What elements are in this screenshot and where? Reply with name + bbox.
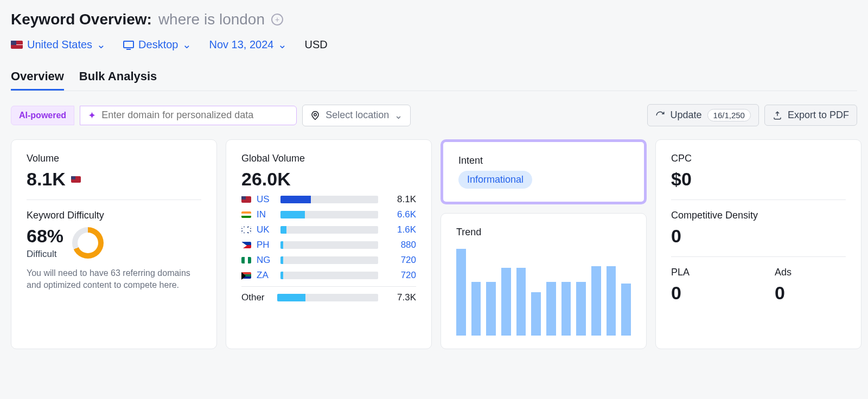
gv-value: 880 [384,240,416,250]
intent-card: Intent Informational [441,139,647,204]
trend-bar [531,292,541,336]
volume-label: Volume [27,153,201,164]
us-flag-icon [71,176,81,183]
controls-row: AI-powered ✦ Select location ⌄ Update 16… [11,104,857,126]
refresh-icon [655,111,665,120]
trend-bar [456,249,466,336]
tab-overview[interactable]: Overview [11,64,64,91]
gv-bar [280,196,378,203]
add-keyword-icon[interactable]: + [271,14,283,25]
chevron-down-icon: ⌄ [182,38,192,51]
trend-card: Trend [441,213,647,349]
device-filter[interactable]: Desktop ⌄ [123,38,192,51]
metrics-grid: Volume 8.1K Keyword Difficulty 68% Diffi… [11,139,857,349]
update-counter: 16/1,250 [707,109,751,121]
gv-country-code: IN [257,209,275,220]
global-volume-value: 26.0K [241,169,416,190]
tab-bar: Overview Bulk Analysis [11,64,857,91]
location-select-label: Select location [326,110,389,121]
us-flag-icon [11,41,23,49]
gv-bar [280,226,378,234]
gv-row[interactable]: IN 6.6K [241,209,416,220]
country-filter[interactable]: United States ⌄ [11,38,106,51]
volume-value: 8.1K [27,169,201,190]
export-button-label: Export to PDF [788,110,849,121]
gv-row[interactable]: NG 720 [241,255,416,266]
divider [671,256,846,257]
page-title-keyword: where is london [158,11,265,28]
us-flag-icon [241,196,251,203]
kd-value: 68% [27,226,63,247]
trend-bar [516,268,526,336]
trend-bar [561,282,571,336]
global-volume-label: Global Volume [241,153,416,164]
gv-country-code: PH [257,240,275,250]
pla-label: PLA [671,267,742,278]
ph-flag-icon [241,242,251,248]
gv-value: 6.6K [384,209,416,220]
export-button[interactable]: Export to PDF [764,105,857,126]
trend-chart [456,249,631,336]
kd-label: Keyword Difficulty [27,210,201,221]
trend-bar [546,282,556,336]
volume-card: Volume 8.1K Keyword Difficulty 68% Diffi… [11,139,217,349]
kd-donut-chart [72,227,104,259]
date-filter[interactable]: Nov 13, 2024 ⌄ [209,38,287,51]
filter-bar: United States ⌄ Desktop ⌄ Nov 13, 2024 ⌄… [11,38,857,51]
domain-input[interactable] [101,110,289,121]
location-pin-icon [310,111,320,120]
pla-value: 0 [671,282,742,304]
divider [671,200,846,200]
tab-bulk-analysis[interactable]: Bulk Analysis [79,64,157,91]
gv-row[interactable]: UK 1.6K [241,224,416,235]
gv-row[interactable]: ZA 720 [241,270,416,281]
update-button-label: Update [671,110,702,121]
ads-value: 0 [775,282,846,304]
date-filter-label: Nov 13, 2024 [209,38,273,51]
trend-bar [576,282,586,336]
cd-label: Competitive Density [671,210,846,221]
gv-other-row: Other 7.3K [241,292,416,303]
cpc-card: CPC $0 Competitive Density 0 PLA 0 Ads 0 [655,139,861,349]
gv-bar [280,256,378,264]
cpc-value: $0 [671,169,846,190]
gv-country-code: ZA [257,270,275,281]
trend-bar [486,282,496,336]
za-flag-icon [241,272,251,279]
gv-row[interactable]: PH 880 [241,240,416,250]
gv-value: 720 [384,255,416,266]
divider [241,286,416,287]
ng-flag-icon [241,257,251,263]
gv-bar [280,241,378,249]
desktop-icon [123,41,134,48]
location-select[interactable]: Select location ⌄ [302,105,411,126]
domain-input-wrapper[interactable]: ✦ [80,106,297,125]
gv-bar [277,294,378,301]
trend-bar [501,268,511,336]
ai-powered-badge: AI-powered [11,106,74,125]
gv-bar [280,272,378,279]
trend-bar [471,282,481,336]
trend-bar [607,266,616,336]
currency-label: USD [304,38,327,51]
kd-subtitle: Difficult [27,249,63,260]
export-icon [773,111,782,120]
intent-value[interactable]: Informational [458,171,532,189]
uk-flag-icon [241,227,251,233]
chevron-down-icon: ⌄ [394,110,403,121]
page-title-label: Keyword Overview: [11,11,152,28]
gv-other-label: Other [241,292,272,303]
update-button[interactable]: Update 16/1,250 [647,104,759,126]
gv-row[interactable]: US 8.1K [241,194,416,205]
chevron-down-icon: ⌄ [97,38,106,51]
cpc-label: CPC [671,153,846,164]
gv-other-value: 7.3K [384,292,416,303]
gv-country-code: NG [257,255,275,266]
kd-description: You will need to have 63 referring domai… [27,267,201,292]
global-volume-card: Global Volume 26.0K US 8.1K IN 6.6K UK 1… [226,139,432,349]
global-volume-rows: US 8.1K IN 6.6K UK 1.6K PH 880 NG 720 ZA… [241,194,416,281]
in-flag-icon [241,211,251,218]
trend-label: Trend [456,227,631,238]
country-filter-label: United States [27,38,92,51]
svg-point-0 [314,113,317,116]
